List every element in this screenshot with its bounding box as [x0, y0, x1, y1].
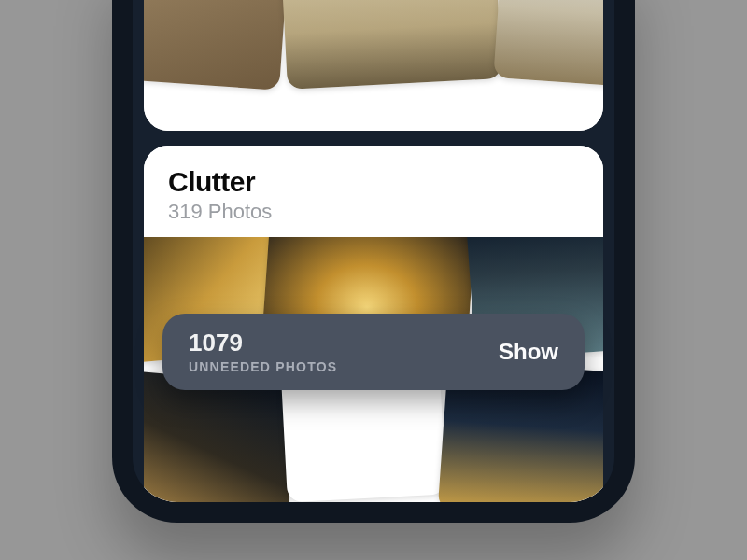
unneeded-photos-pill: 1079 UNNEEDED PHOTOS Show	[162, 314, 585, 390]
photo-thumbnail[interactable]	[493, 0, 603, 91]
app-screen: Clutter 319 Photos 1079 UNNEEDED PHOTOS …	[133, 0, 614, 502]
photo-section-card[interactable]	[144, 0, 603, 131]
device-frame: Clutter 319 Photos 1079 UNNEEDED PHOTOS …	[112, 0, 635, 523]
show-button[interactable]: Show	[499, 339, 558, 365]
unneeded-label: UNNEEDED PHOTOS	[189, 359, 337, 374]
pill-info: 1079 UNNEEDED PHOTOS	[189, 329, 337, 374]
photo-thumbnail[interactable]	[280, 0, 502, 90]
unneeded-count: 1079	[189, 329, 337, 357]
card-header: Clutter 319 Photos	[144, 146, 603, 237]
photo-thumbnail[interactable]	[144, 0, 289, 91]
section-subtitle: 319 Photos	[168, 200, 579, 224]
section-title: Clutter	[168, 166, 579, 198]
thumbnail-strip	[144, 0, 603, 131]
